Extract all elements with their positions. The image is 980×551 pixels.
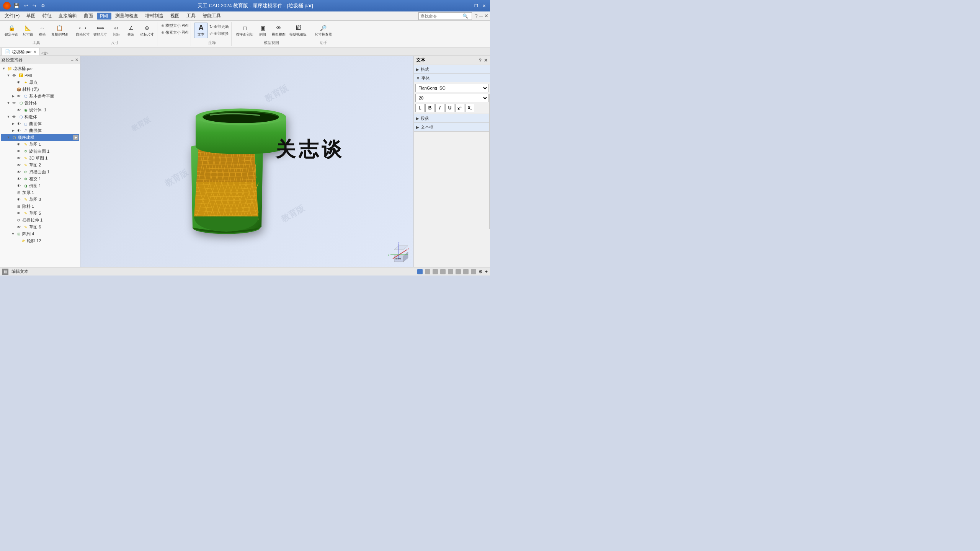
tree-item-wire[interactable]: ▶ 👁 // 曲线体: [1, 127, 79, 134]
tree-expand-sketch1[interactable]: [11, 142, 15, 147]
font-italic-btn[interactable]: I: [435, 104, 444, 112]
tree-expand-sketch5[interactable]: [11, 211, 15, 215]
tree-item-pmi[interactable]: ▼ 👁 🅿 PMI: [1, 72, 79, 79]
viewport[interactable]: 教育版 教育版 教育版 教育版: [80, 56, 413, 267]
right-panel-help-icon[interactable]: ?: [479, 58, 482, 63]
tb-gap[interactable]: ⇿ 间距: [109, 23, 123, 38]
restore-button[interactable]: ❐: [473, 3, 479, 9]
minimize-button[interactable]: ─: [466, 3, 472, 9]
tree-expand-flip1[interactable]: [11, 183, 15, 188]
tb-text[interactable]: A 文本: [194, 23, 208, 38]
menu-surface[interactable]: 曲面: [81, 12, 96, 20]
tree-item-sweepcurve1[interactable]: ⟳ 扫描拉伸 1: [1, 217, 79, 223]
tree-expand-material[interactable]: [11, 87, 15, 91]
menu-direct-edit[interactable]: 直接编辑: [56, 12, 80, 20]
panel-close-icon[interactable]: ✕: [75, 57, 78, 62]
menu-tools[interactable]: 工具: [183, 12, 199, 20]
tb-dim-inspector[interactable]: 🔎 尺寸检查器: [313, 23, 333, 38]
status-indicator-8[interactable]: [471, 269, 476, 274]
font-sub-btn[interactable]: x-: [465, 104, 474, 112]
tree-expand-profile12[interactable]: [15, 238, 20, 243]
section-font-header[interactable]: ▼ 字体: [414, 74, 490, 82]
tb-auto-dim[interactable]: ⟷ 自动尺寸: [74, 23, 91, 38]
tree-item-construct[interactable]: ▼ 👁 ⬡ 构造体: [1, 113, 79, 120]
status-settings-icon[interactable]: ⚙: [479, 269, 483, 274]
tree-item-remove1[interactable]: ⊟ 除料 1: [1, 203, 79, 210]
tree-expand-designbody[interactable]: ▼: [6, 101, 11, 105]
status-indicator-4[interactable]: [440, 269, 446, 274]
status-icon[interactable]: ▤: [2, 269, 8, 275]
close-button[interactable]: ✕: [481, 3, 487, 9]
tree-item-root[interactable]: ▼ 📁 垃圾桶.par: [1, 65, 79, 72]
tree-item-intersect1[interactable]: 👁 ⊗ 相交 1: [1, 175, 79, 182]
status-indicator-7[interactable]: [463, 269, 469, 274]
tab-nav-next[interactable]: ▷: [45, 51, 48, 55]
status-indicator-5[interactable]: [448, 269, 453, 274]
section-format-header[interactable]: ▶ 格式: [414, 65, 490, 73]
tree-item-sweep1[interactable]: 👁 ⟳ 扫描曲面 1: [1, 168, 79, 175]
menu-feature[interactable]: 特征: [39, 12, 55, 20]
tb-coord-dim[interactable]: ⊕ 坐标尺寸: [139, 23, 155, 38]
tree-item-array4[interactable]: ▼ ⊞ 阵列 4: [1, 230, 79, 237]
quick-access-redo[interactable]: ↪: [33, 3, 36, 8]
tb-convert-all[interactable]: ⇄ 全部转换: [209, 31, 230, 37]
quick-access-undo[interactable]: ↩: [24, 3, 28, 8]
font-family-select[interactable]: TianGong ISO: [415, 84, 488, 92]
tree-item-revolve1[interactable]: 👁 ↻ 旋转曲面 1: [1, 148, 79, 155]
tree-expand-pmi[interactable]: ▼: [6, 73, 11, 78]
tree-expand-wire[interactable]: ▶: [11, 128, 15, 133]
tree-expand-origin[interactable]: [11, 80, 15, 85]
tree-item-sketch2[interactable]: 👁 ✎ 草图 2: [1, 161, 79, 168]
menu-measure[interactable]: 测量与检查: [112, 12, 141, 20]
tree-expand-sequential[interactable]: ▼: [6, 135, 11, 140]
font-bold-btn[interactable]: B: [425, 104, 434, 112]
tree-expand-construct[interactable]: ▼: [6, 114, 11, 119]
status-indicator-3[interactable]: [433, 269, 438, 274]
tb-pixel-size-pmi[interactable]: ⊙ 像素大小 PMI: [160, 29, 189, 36]
tree-expand-root[interactable]: ▼: [2, 66, 6, 71]
tab-nav-prev[interactable]: ◁: [41, 51, 44, 55]
font-line-btn[interactable]: L: [415, 104, 425, 112]
section-textframe-header[interactable]: ▶ 文本框: [414, 123, 490, 131]
tb-model-size-pmi[interactable]: ⊙ 模型大小 PMI: [160, 23, 189, 29]
menu-pmi[interactable]: PMI: [97, 13, 111, 20]
tb-model-view[interactable]: 👁 模型视图: [270, 23, 287, 38]
tree-item-sketch6[interactable]: 👁 ✎ 草图 6: [1, 223, 79, 230]
tree-expand-intersect1[interactable]: [11, 176, 15, 181]
tree-expand-sweepcurve1[interactable]: [11, 218, 15, 222]
font-super-btn[interactable]: x+: [455, 104, 464, 112]
tree-item-profile12[interactable]: ⟳ 轮廓 12: [1, 237, 79, 244]
tree-expand-sketch3d1[interactable]: [11, 156, 15, 160]
tree-item-surface[interactable]: ▶ 👁 ◻ 曲面体: [1, 120, 79, 127]
tree-expand-designbody1[interactable]: [11, 108, 15, 112]
tab-close-button[interactable]: ✕: [33, 50, 36, 54]
tree-item-designbody1[interactable]: 👁 ◉ 设计体_1: [1, 106, 79, 113]
menu-smart[interactable]: 智能工具: [199, 12, 224, 20]
tree-expand-remove1[interactable]: [11, 204, 15, 209]
tb-move[interactable]: ↔ 移动: [35, 23, 49, 38]
tree-item-sequential[interactable]: ▼ ⬡ 顺序建模 ▶: [1, 134, 79, 141]
file-tab-lajitong[interactable]: 📄 垃圾桶.par ✕: [2, 48, 40, 55]
search-box[interactable]: 🔍: [418, 12, 472, 20]
font-underline-btn[interactable]: U: [445, 104, 454, 112]
tree-expand-revolve1[interactable]: [11, 149, 15, 153]
font-size-select[interactable]: 20: [415, 94, 488, 102]
menu-sketch[interactable]: 草图: [23, 12, 39, 20]
minimize-panel-button[interactable]: ─: [479, 13, 483, 19]
right-panel-close-icon[interactable]: ✕: [484, 58, 488, 63]
close-panel-button[interactable]: ✕: [484, 13, 488, 19]
menu-file[interactable]: 文件(F): [2, 12, 23, 20]
status-expand-icon[interactable]: +: [485, 269, 488, 274]
tree-expand-baseplanes[interactable]: ▶: [11, 94, 15, 98]
status-indicator-2[interactable]: [425, 269, 430, 274]
tree-expand-array4[interactable]: ▼: [11, 231, 15, 236]
tree-item-sketch1[interactable]: 👁 ✎ 草图 1: [1, 141, 79, 148]
tb-copy-to-pmi[interactable]: 📋 复制到PMI: [50, 23, 69, 38]
tb-dimension-axis[interactable]: 📐 尺寸轴: [21, 23, 34, 38]
tb-section[interactable]: ▣ 剖切: [256, 23, 270, 38]
status-indicator-1[interactable]: [417, 269, 423, 274]
tb-smart-dim[interactable]: ⟺ 智能尺寸: [92, 23, 109, 38]
tree-item-thicken1[interactable]: ⊞ 加厚 1: [1, 189, 79, 196]
menu-view[interactable]: 视图: [167, 12, 183, 20]
tree-item-sketch4[interactable]: 👁 ✎ 草图 3: [1, 196, 79, 203]
